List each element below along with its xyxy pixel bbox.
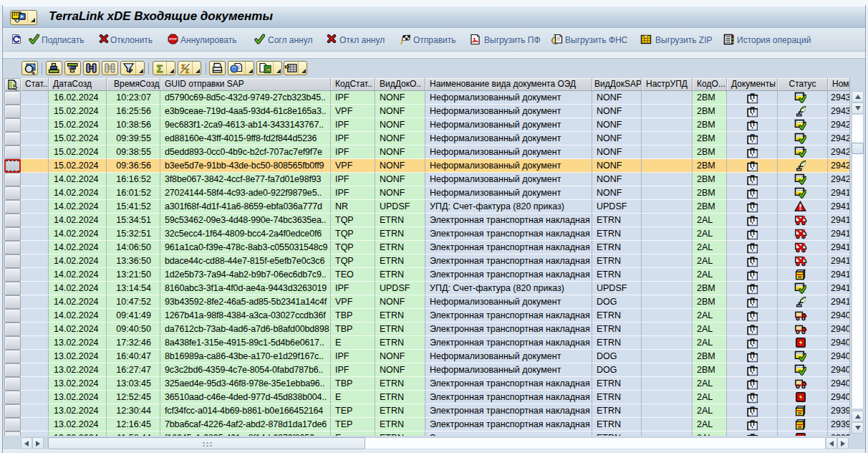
svg-text:STOP: STOP xyxy=(169,37,177,41)
svg-text:Σ: Σ xyxy=(156,62,163,74)
